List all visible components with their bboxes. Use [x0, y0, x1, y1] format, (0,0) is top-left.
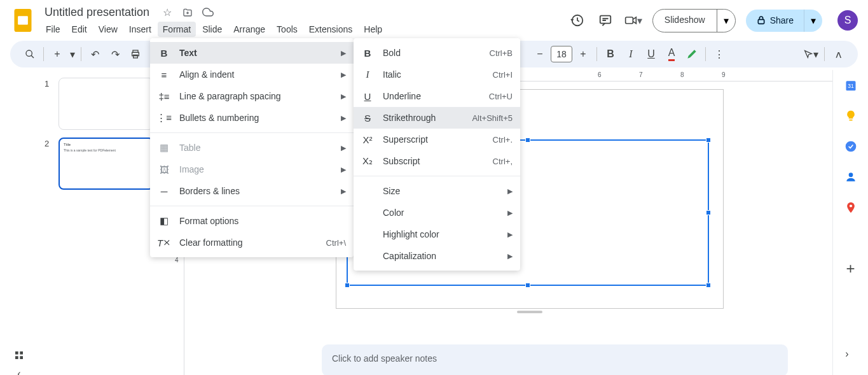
resize-handle[interactable]	[345, 283, 350, 288]
doc-title[interactable]: Untitled presentation	[41, 4, 153, 20]
format-menu-dropdown: B Text ▶ ≡ Align & indent ▶ ‡≡ Line & pa…	[150, 38, 354, 257]
explore-left-icon[interactable]: ‹	[10, 368, 29, 375]
separator	[705, 47, 706, 61]
tasks-icon[interactable]	[843, 139, 858, 154]
search-menus-icon[interactable]	[20, 45, 39, 64]
bullets-icon: ⋮≡	[158, 111, 170, 124]
font-size-decrease[interactable]: −	[530, 45, 549, 64]
menu-italic[interactable]: I Italic Ctrl+I	[354, 64, 520, 85]
resize-handle[interactable]	[706, 138, 711, 143]
speaker-notes[interactable]: Click to add speaker notes	[322, 344, 788, 375]
grid-view-icon[interactable]	[10, 350, 29, 360]
menu-borders[interactable]: ─ Borders & lines ▶	[150, 180, 354, 202]
calendar-icon[interactable]: 31	[843, 78, 858, 93]
underline-button[interactable]: U	[642, 45, 661, 64]
collapse-toolbar-icon[interactable]: ʌ	[829, 45, 848, 64]
thumb-title: Title	[64, 143, 149, 146]
share-label: Share	[770, 15, 794, 25]
menu-format[interactable]: Format	[158, 22, 196, 37]
bold-button[interactable]: B	[601, 45, 620, 64]
menu-underline[interactable]: U Underline Ctrl+U	[354, 85, 520, 107]
menu-help[interactable]: Help	[359, 22, 387, 37]
menu-superscript[interactable]: X² Superscript Ctrl+.	[354, 129, 520, 150]
menu-bullets[interactable]: ⋮≡ Bullets & numbering ▶	[150, 107, 354, 129]
submenu-arrow-icon: ▶	[341, 92, 346, 101]
menu-line-spacing[interactable]: ‡≡ Line & paragraph spacing ▶	[150, 85, 354, 107]
pointer-mode-button[interactable]: ▾	[801, 45, 820, 64]
menu-clear-formatting[interactable]: T⨯ Clear formatting Ctrl+\	[150, 232, 354, 253]
more-options-icon[interactable]: ⋮	[710, 45, 729, 64]
submenu-arrow-icon: ▶	[341, 114, 346, 122]
add-panel-icon[interactable]: +	[843, 261, 858, 276]
menu-highlight-color[interactable]: Highlight color ▶	[354, 223, 520, 245]
move-icon[interactable]	[181, 6, 194, 18]
submenu-arrow-icon: ▶	[341, 166, 346, 174]
share-dropdown[interactable]: ▾	[804, 10, 822, 32]
menu-insert[interactable]: Insert	[124, 22, 156, 37]
slide-thumbnail-2[interactable]: Title This is a sample text for PDFeleme…	[59, 138, 154, 190]
new-slide-button[interactable]: +	[48, 45, 67, 64]
star-icon[interactable]: ☆	[161, 6, 174, 18]
expand-rail-icon[interactable]: ›	[837, 344, 857, 364]
contacts-icon[interactable]	[843, 169, 858, 185]
slideshow-button[interactable]: Slideshow	[653, 10, 717, 32]
print-button[interactable]	[126, 45, 145, 64]
menu-capitalization[interactable]: Capitalization ▶	[354, 245, 520, 267]
comments-icon[interactable]	[596, 11, 614, 29]
menu-bold[interactable]: B Bold Ctrl+B	[354, 42, 520, 64]
italic-button[interactable]: I	[621, 45, 640, 64]
submenu-arrow-icon: ▶	[341, 144, 346, 152]
font-size-input[interactable]	[551, 46, 572, 62]
submenu-arrow-icon: ▶	[341, 49, 346, 57]
side-rail: 31 +	[832, 70, 868, 375]
slide-thumbnail-1[interactable]	[59, 78, 154, 130]
slides-logo[interactable]	[10, 8, 36, 33]
thumb-body: This is a sample text for PDFelement	[64, 148, 149, 152]
menu-subscript[interactable]: X₂ Subscript Ctrl+,	[354, 150, 520, 172]
resize-handle[interactable]	[706, 210, 711, 215]
text-color-button[interactable]: A	[662, 45, 681, 64]
keep-icon[interactable]	[843, 108, 858, 124]
share-button[interactable]: Share	[746, 10, 804, 32]
new-slide-dropdown[interactable]: ▾	[68, 45, 77, 64]
slide-resize-handle[interactable]	[517, 311, 542, 313]
menu-text[interactable]: B Text ▶	[150, 42, 354, 64]
redo-button[interactable]: ↷	[106, 45, 125, 64]
spacing-icon: ‡≡	[158, 90, 170, 103]
cloud-status-icon[interactable]	[202, 6, 214, 18]
menu-view[interactable]: View	[93, 22, 123, 37]
menu-format-options[interactable]: ◧ Format options	[150, 210, 354, 232]
maps-icon[interactable]	[843, 200, 858, 215]
undo-button[interactable]: ↶	[85, 45, 104, 64]
menu-strikethrough[interactable]: S Strikethrough Alt+Shift+5	[354, 107, 520, 129]
svg-point-17	[849, 204, 851, 207]
avatar[interactable]: S	[837, 10, 858, 31]
meet-icon[interactable]: ▾	[624, 11, 642, 29]
resize-handle[interactable]	[525, 283, 530, 288]
separator	[354, 176, 520, 176]
menu-align-indent[interactable]: ≡ Align & indent ▶	[150, 64, 354, 85]
resize-handle[interactable]	[706, 283, 711, 288]
svg-rect-11	[15, 356, 18, 359]
menu-arrange[interactable]: Arrange	[228, 22, 270, 37]
history-icon[interactable]	[568, 11, 586, 29]
menu-slide[interactable]: Slide	[197, 22, 227, 37]
image-icon: 🖼	[158, 163, 170, 176]
resize-handle[interactable]	[525, 138, 530, 143]
svg-rect-10	[20, 351, 23, 355]
svg-point-16	[848, 173, 853, 177]
blank-icon	[361, 185, 374, 197]
svg-rect-4	[758, 20, 764, 24]
highlight-color-button[interactable]	[682, 45, 701, 64]
menu-size[interactable]: Size ▶	[354, 180, 520, 202]
menu-edit[interactable]: Edit	[67, 22, 92, 37]
menu-color[interactable]: Color ▶	[354, 202, 520, 223]
font-size-increase[interactable]: +	[574, 45, 593, 64]
menu-file[interactable]: File	[41, 22, 65, 37]
menu-image: 🖼 Image ▶	[150, 159, 354, 180]
svg-rect-3	[625, 17, 633, 24]
menu-tools[interactable]: Tools	[272, 22, 303, 37]
svg-rect-9	[15, 351, 18, 355]
menu-extensions[interactable]: Extensions	[304, 22, 357, 37]
slideshow-dropdown[interactable]: ▾	[717, 10, 735, 32]
